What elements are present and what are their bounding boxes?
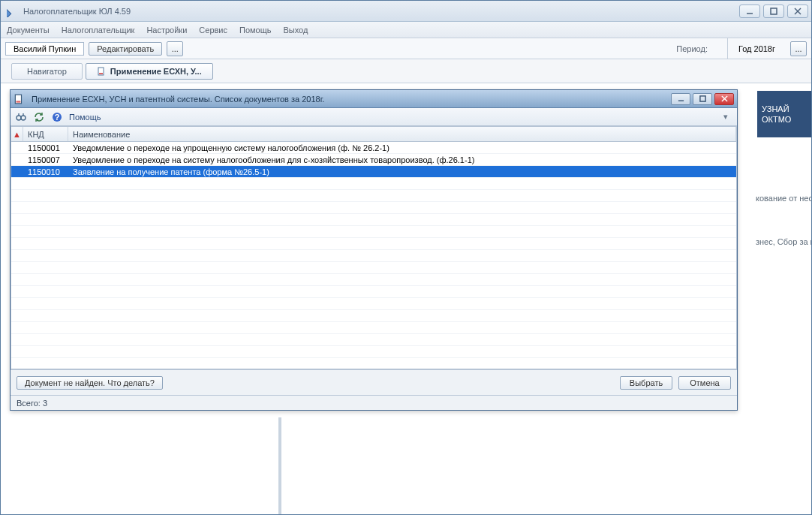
main-window: Налогоплательщик ЮЛ 4.59 Документы Налог…: [0, 0, 812, 515]
main-toolbar: Василий Пупкин Редактировать ... Период:…: [1, 38, 811, 59]
menu-taxpayer[interactable]: Налогоплательщик: [62, 26, 135, 35]
minimize-button[interactable]: [739, 5, 760, 18]
svg-rect-6: [99, 73, 103, 74]
window-controls: [739, 5, 808, 18]
empty-row: [11, 190, 736, 202]
active-tab[interactable]: Применение ЕСХН, У...: [86, 63, 213, 80]
main-titlebar: Налогоплательщик ЮЛ 4.59: [1, 1, 811, 22]
tabstrip: Навигатор Применение ЕСХН, У...: [1, 59, 811, 83]
app-title: Налогоплательщик ЮЛ 4.59: [23, 7, 739, 16]
dialog-minimize-button[interactable]: [671, 93, 690, 105]
empty-row: [11, 250, 736, 262]
side-line1: УЗНАЙ: [762, 104, 807, 114]
grid-header: ▲ КНД Наименование: [11, 127, 736, 142]
status-total: Всего: 3: [17, 399, 47, 408]
period-more-button[interactable]: ...: [790, 41, 807, 56]
empty-row: [11, 214, 736, 226]
cell-name: Заявление на получение патента (форма №2…: [68, 167, 736, 176]
dialog-title: Применение ЕСХН, УСН и патентной системы…: [29, 95, 671, 104]
empty-row: [11, 322, 736, 334]
document-icon: [14, 94, 24, 104]
menu-documents[interactable]: Документы: [7, 26, 50, 35]
period-value: Год 2018г: [727, 38, 786, 59]
table-row[interactable]: 1150007Уведомление о переходе на систему…: [11, 154, 736, 166]
background-text-2: знес, Сбор за польз: [756, 237, 811, 246]
help-icon[interactable]: ?: [51, 111, 63, 123]
cell-knd: 1150010: [23, 167, 68, 176]
empty-row: [11, 286, 736, 298]
help-link[interactable]: Помощь: [69, 113, 101, 122]
menu-exit[interactable]: Выход: [284, 26, 308, 35]
dialog-statusbar: Всего: 3: [11, 395, 737, 410]
dialog-toolbar: ? Помощь ▾: [11, 108, 737, 126]
more-button[interactable]: ...: [167, 41, 183, 56]
svg-rect-0: [7, 9, 11, 17]
grid-sort-indicator[interactable]: ▲: [11, 127, 23, 141]
dialog-maximize-button[interactable]: [693, 93, 712, 105]
edit-button[interactable]: Редактировать: [89, 42, 162, 56]
grid-header-name[interactable]: Наименование: [68, 127, 736, 141]
refresh-icon[interactable]: [33, 111, 45, 123]
menu-help[interactable]: Помощь: [239, 26, 272, 35]
side-oktmo-widget[interactable]: УЗНАЙ ОКТМО: [757, 91, 811, 137]
side-line2: ОКТМО: [762, 114, 807, 125]
background-text-1: кование от несчаст: [756, 194, 811, 203]
table-row[interactable]: 1150001Уведомление о переходе на упрощен…: [11, 142, 736, 154]
select-button[interactable]: Выбрать: [620, 376, 672, 390]
content-area: УЗНАЙ ОКТМО кование от несчаст знес, Сбо…: [1, 83, 811, 514]
empty-row: [11, 358, 736, 369]
svg-rect-8: [17, 101, 21, 102]
empty-row: [11, 202, 736, 214]
svg-rect-2: [771, 8, 777, 14]
empty-row: [11, 226, 736, 238]
cell-name: Уведомление о переходе на упрощенную сис…: [68, 143, 736, 152]
empty-row: [11, 334, 736, 346]
empty-row: [11, 274, 736, 286]
empty-row: [11, 346, 736, 358]
document-list-dialog: Применение ЕСХН, УСН и патентной системы…: [10, 89, 738, 411]
splitter[interactable]: [278, 417, 281, 514]
empty-row: [11, 262, 736, 274]
binoculars-icon[interactable]: [15, 111, 27, 123]
dialog-titlebar: Применение ЕСХН, УСН и патентной системы…: [11, 90, 737, 108]
cancel-button[interactable]: Отмена: [678, 376, 731, 390]
empty-row: [11, 310, 736, 322]
menu-settings[interactable]: Настройки: [146, 26, 187, 35]
svg-point-13: [17, 116, 21, 120]
dialog-close-button[interactable]: [714, 93, 734, 105]
app-icon: [7, 5, 19, 17]
user-name-box[interactable]: Василий Пупкин: [5, 42, 84, 56]
document-grid: ▲ КНД Наименование 1150001Уведомление о …: [11, 126, 737, 369]
period-label: Период:: [661, 44, 723, 53]
menu-service[interactable]: Сервис: [199, 26, 227, 35]
menubar: Документы Налогоплательщик Настройки Сер…: [1, 22, 811, 38]
toolbar-chevron-icon[interactable]: ▾: [723, 112, 732, 122]
empty-row: [11, 298, 736, 310]
document-icon: [97, 67, 106, 76]
empty-row: [11, 178, 736, 190]
cell-knd: 1150007: [23, 155, 68, 164]
svg-rect-10: [699, 96, 705, 101]
grid-header-knd[interactable]: КНД: [23, 127, 68, 141]
cell-knd: 1150001: [23, 143, 68, 152]
svg-text:?: ?: [55, 113, 60, 122]
grid-body: 1150001Уведомление о переходе на упрощен…: [11, 142, 736, 369]
not-found-button[interactable]: Документ не найден. Что делать?: [17, 376, 163, 390]
cell-name: Уведомление о переходе на систему налого…: [68, 155, 736, 164]
dialog-footer: Документ не найден. Что делать? Выбрать …: [11, 369, 737, 395]
svg-point-14: [21, 116, 26, 120]
table-row[interactable]: 1150010Заявление на получение патента (ф…: [11, 166, 736, 178]
close-button[interactable]: [787, 5, 808, 18]
active-tab-label: Применение ЕСХН, У...: [110, 67, 202, 76]
empty-row: [11, 238, 736, 250]
maximize-button[interactable]: [763, 5, 784, 18]
navigator-tab[interactable]: Навигатор: [11, 63, 83, 80]
dialog-window-controls: [671, 93, 734, 105]
